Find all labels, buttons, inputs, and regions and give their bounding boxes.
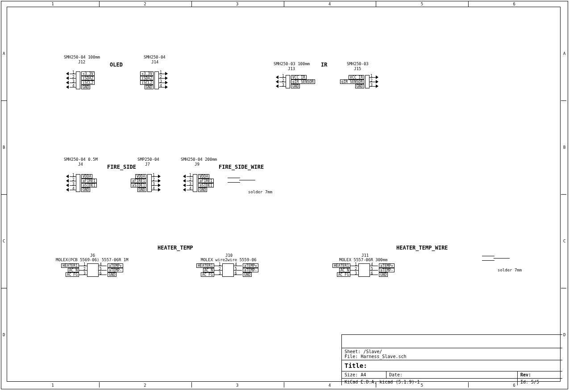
net-label: GND [137,188,146,192]
zone-col-bottom: 3 [236,383,238,388]
net-label: aTEMP+ [108,263,123,268]
zone-col-top: 4 [328,2,331,6]
net-label: VCC_IR [349,75,364,79]
net-label: GND [243,272,252,277]
connector-J4 [76,174,80,192]
value-J15: SMH250-03 [347,62,369,66]
solder-label-1: solder 7mm [248,190,272,194]
net-label: gIR_SENSOR [340,79,364,84]
sheet-value: /Slave/ [363,349,382,354]
group-label-fireside: FIRE_SIDE [107,164,136,170]
group-label-oled: OLED [110,62,123,68]
generator-text: KiCad E.D.A. kicad (5.1.9)-1 [345,379,420,384]
net-label: aTEMP+ [243,263,258,268]
net-label: iSCL2 [81,80,95,85]
connector-J13 [286,75,290,88]
value-J6: MOLEX(PCB 5569-06) 5557-06R 1M [56,258,129,262]
net-label: HEATER1 [196,263,214,268]
net-label: AC_FG [337,272,350,277]
value-J12: SMH250-04 100mm [64,55,100,59]
connector-J11 [358,263,370,277]
net-label: GND [355,84,364,88]
refdes-J4: J4 [78,162,83,167]
zone-row-right: B [563,145,565,150]
refdes-J9: J9 [195,162,199,167]
refdes-J15: J15 [354,67,361,71]
net-label: AC_FG [201,272,214,277]
connector-J7 [147,174,152,192]
net-label: aTEMP+ [379,263,395,268]
connector-J10 [222,263,234,277]
rev-label: Rev: [520,372,531,377]
connector-J15 [365,75,370,88]
value-J7: SMP250-04 [137,157,159,162]
net-label: aTEMP- [243,268,258,272]
net-label: HEATER1 [61,263,79,268]
zone-col-bottom: 1 [51,383,54,388]
zone-row-left: C [3,239,5,243]
connector-J12 [76,71,80,89]
net-label: aFIRE1 [131,179,146,183]
net-label: GND [108,272,116,277]
net-label: aFIRE1 [81,179,97,183]
net-label: aSIDE1 [81,183,97,188]
solder-label-2: solder 7mm [498,268,522,272]
net-label: AC_FG [66,272,79,277]
net-label: GND [198,188,207,192]
net-label: +3.3V [81,71,95,76]
refdes-J12: J12 [78,60,85,64]
refdes-J7: J7 [145,162,150,167]
refdes-J10: J10 [225,253,233,258]
net-label: +3.3V [140,71,154,76]
net-label: VDDA [135,174,146,179]
zone-row-right: D [563,333,565,337]
size-label: Size: [345,372,358,377]
net-label: AC_N [339,268,350,272]
net-label: GND [81,188,90,192]
value-J13: SMH250-03 100mm [274,62,310,66]
value-J11: MOLEX 5557-06R 300mm [339,258,387,262]
zone-col-bottom: 4 [328,383,331,388]
value-J14: SMH250-04 [144,55,166,59]
file-label: File: [345,354,358,359]
zone-row-right: C [563,239,565,243]
refdes-J6: J6 [90,253,95,258]
file-value: Harness_Slave.sch [361,354,406,359]
zone-col-top: 1 [51,2,54,6]
value-J10: MOLEX wire2wire 5559-06 [201,258,257,262]
value-J9: SMH250-04 200mm [181,157,217,162]
net-label: GND [81,85,90,89]
zone-row-left: D [3,333,5,337]
connector-J14 [154,71,159,89]
zone-col-top: 6 [513,2,515,6]
sheet-label: Sheet: [345,349,361,354]
id-value: 5/5 [531,379,539,384]
net-label: HEATER1 [332,263,350,268]
net-label: GND [145,85,154,89]
net-label: iSDA2 [81,76,95,80]
net-label: aFIRE1 [198,179,214,183]
net-label: iSCL2 [140,80,154,85]
refdes-J14: J14 [151,60,158,64]
net-label: aSIDE1 [131,183,146,188]
zone-row-right: A [563,51,565,56]
net-label: AC_N [68,268,79,272]
refdes-J11: J11 [361,253,369,258]
zone-row-left: A [3,51,5,56]
value-J4: SMH250-04 0.5M [64,157,98,162]
zone-col-top: 5 [421,2,423,6]
group-label-heatertemp: HEATER_TEMP [158,245,193,251]
group-label-firesidewire: FIRE_SIDE_WIRE [219,164,264,170]
group-label-heatertempwire: HEATER_TEMP_WIRE [396,245,448,251]
zone-row-left: B [3,145,5,150]
date-label: Date: [389,372,403,377]
connector-J9 [193,174,197,192]
net-label: VDDA [81,174,92,179]
net-label: aTEMP- [379,268,395,272]
net-label: aSIDE1 [198,183,214,188]
zone-col-top: 3 [236,2,238,6]
zone-col-top: 2 [144,2,146,6]
connector-J6 [87,263,99,277]
net-label: VCC_IR [291,75,307,79]
net-label: AC_N [203,268,214,272]
